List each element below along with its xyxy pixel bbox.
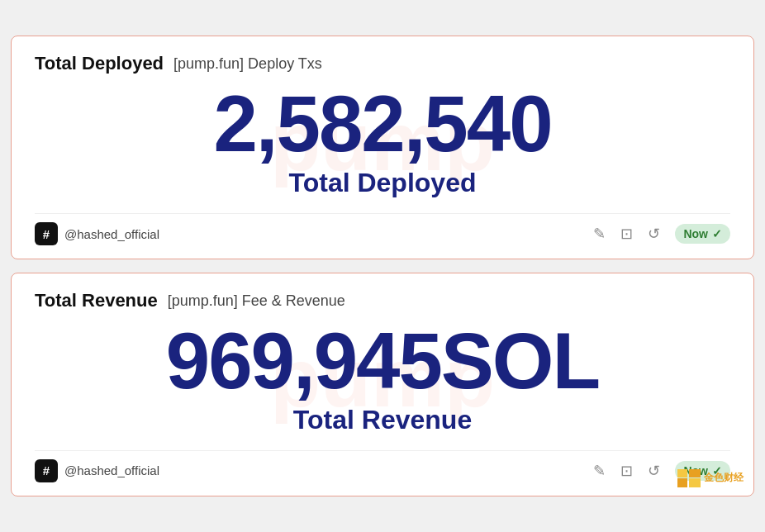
edit-icon-1[interactable]: ✎ bbox=[593, 225, 606, 243]
svg-rect-5 bbox=[689, 478, 701, 487]
card-total-deployed: Total Deployed [pump.fun] Deploy Txs pum… bbox=[11, 36, 754, 259]
svg-rect-4 bbox=[689, 469, 701, 477]
svg-rect-2 bbox=[677, 478, 687, 487]
card1-footer-left: # @hashed_official bbox=[35, 222, 159, 245]
card2-title: Total Revenue bbox=[35, 290, 158, 311]
card1-footer-right: ✎ ⊡ ↺ Now ✓ bbox=[593, 224, 730, 244]
card1-value: 2,582,540 bbox=[35, 83, 730, 166]
brand-label: 金色财经 bbox=[704, 471, 744, 485]
card2-label: Total Revenue bbox=[35, 405, 730, 435]
refresh-icon-2[interactable]: ↺ bbox=[648, 462, 660, 480]
card1-label: Total Deployed bbox=[35, 168, 730, 198]
card2-value: 969,945SOL bbox=[35, 320, 730, 403]
camera-icon-2[interactable]: ⊡ bbox=[620, 462, 633, 480]
card1-username: @hashed_official bbox=[64, 227, 159, 241]
check-icon-1: ✓ bbox=[712, 227, 722, 240]
card2-footer-left: # @hashed_official bbox=[35, 459, 159, 482]
card1-title: Total Deployed bbox=[35, 53, 164, 74]
refresh-icon-1[interactable]: ↺ bbox=[648, 225, 660, 243]
card1-subtitle: [pump.fun] Deploy Txs bbox=[173, 55, 322, 73]
brand-logo-icon bbox=[677, 469, 701, 487]
card1-header: Total Deployed [pump.fun] Deploy Txs bbox=[35, 53, 730, 74]
card2-header: Total Revenue [pump.fun] Fee & Revenue bbox=[35, 290, 730, 311]
svg-rect-3 bbox=[677, 469, 687, 477]
brand-watermark: 金色财经 bbox=[677, 469, 744, 487]
card2-username: @hashed_official bbox=[64, 463, 159, 477]
edit-icon-2[interactable]: ✎ bbox=[593, 462, 606, 480]
hash-icon-2: # bbox=[35, 459, 58, 482]
now-badge-1: Now ✓ bbox=[675, 224, 730, 244]
now-label-1: Now bbox=[683, 227, 708, 240]
card1-footer: # @hashed_official ✎ ⊡ ↺ Now ✓ bbox=[35, 213, 730, 245]
camera-icon-1[interactable]: ⊡ bbox=[620, 225, 633, 243]
card2-subtitle: [pump.fun] Fee & Revenue bbox=[168, 292, 345, 310]
hash-icon-1: # bbox=[35, 222, 58, 245]
card-total-revenue: Total Revenue [pump.fun] Fee & Revenue p… bbox=[11, 273, 754, 496]
card2-footer: # @hashed_official ✎ ⊡ ↺ Now ✓ bbox=[35, 450, 730, 482]
